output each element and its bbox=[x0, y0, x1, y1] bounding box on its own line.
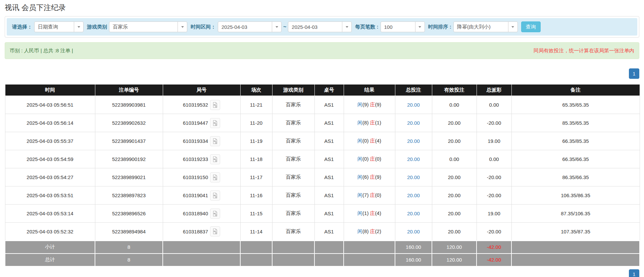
video-file-icon bbox=[212, 211, 218, 217]
time-sort-select[interactable]: 降幂(由大到小) bbox=[453, 21, 518, 32]
cell-payout: 19.00 bbox=[477, 205, 511, 223]
subtotal-row-count: 8 bbox=[95, 241, 163, 254]
page-button[interactable]: 1 bbox=[629, 269, 639, 277]
cell-round-no: 610319041 bbox=[163, 186, 240, 205]
cell-total-bet: 20.00 bbox=[395, 205, 432, 223]
cell-table: AS1 bbox=[314, 168, 344, 186]
cell-result: 闲(7) 庄(0) bbox=[344, 186, 395, 205]
date-from-select[interactable]: 2025-04-03 bbox=[218, 21, 282, 32]
cell-payout: -20.00 bbox=[477, 168, 511, 186]
same-round-notice: 同局有效投注，统一计算在该局第一张注单内 bbox=[534, 48, 634, 54]
cell-round-no: 610318940 bbox=[163, 205, 240, 223]
video-file-icon bbox=[212, 102, 218, 108]
player-result: 闲 bbox=[357, 120, 362, 125]
cell-round-no: 610318837 bbox=[163, 223, 240, 241]
cell-session: 11-14 bbox=[240, 223, 272, 241]
cell-result: 闲(9) 庄(9) bbox=[344, 96, 395, 114]
total-row-empty-remark bbox=[511, 254, 640, 266]
game-type-select[interactable]: 百家乐 bbox=[109, 21, 187, 32]
total-bet-link[interactable]: 20.00 bbox=[407, 138, 420, 144]
total-bet-link[interactable]: 20.00 bbox=[407, 229, 420, 234]
table-header-row: 时间 注单编号 局号 场次 游戏类别 桌号 结果 总投注 有效投注 总派彩 备注 bbox=[5, 85, 640, 96]
range-separator: ~ bbox=[283, 24, 286, 30]
video-replay-button[interactable] bbox=[210, 118, 220, 128]
time-range-label: 时间区间： bbox=[191, 24, 216, 30]
chevron-down-icon bbox=[178, 22, 187, 32]
cell-result: 闲(1) 庄(4) bbox=[344, 205, 395, 223]
date-to-value: 2025-04-03 bbox=[288, 24, 342, 30]
cell-game: 百家乐 bbox=[272, 150, 314, 168]
col-result: 结果 bbox=[344, 85, 395, 96]
chevron-down-icon bbox=[342, 22, 351, 32]
total-bet-link[interactable]: 20.00 bbox=[407, 174, 420, 180]
page-button[interactable]: 1 bbox=[629, 68, 639, 79]
player-result: 闲 bbox=[357, 156, 362, 162]
cell-session: 11-20 bbox=[240, 114, 272, 132]
cell-valid-bet: 20.00 bbox=[432, 114, 477, 132]
page-size-select[interactable]: 100 bbox=[381, 21, 425, 32]
cell-round-no: 610319334 bbox=[163, 132, 240, 150]
subtotal-row: 小计8160.00120.00-42.00 bbox=[5, 241, 640, 254]
player-result: 闲 bbox=[357, 138, 362, 144]
filter-panel: 请选择： 日期查询 游戏类别 百家乐 时间区间： 2025-04-03 ~ 20… bbox=[5, 16, 639, 38]
round-number: 610319041 bbox=[183, 192, 208, 198]
video-replay-button[interactable] bbox=[210, 100, 220, 110]
time-sort-label: 时间排序 : bbox=[428, 24, 451, 30]
video-replay-button[interactable] bbox=[210, 136, 220, 146]
video-replay-button[interactable] bbox=[210, 172, 220, 182]
total-row-empty-session bbox=[240, 254, 272, 266]
cell-result: 闲(0) 庄(0) bbox=[344, 150, 395, 168]
cell-remark: 65.35/65.35 bbox=[511, 96, 640, 114]
cell-total-bet: 20.00 bbox=[395, 114, 432, 132]
cell-remark: 66.35/66.35 bbox=[511, 150, 640, 168]
round-number: 610318837 bbox=[183, 229, 208, 234]
cell-valid-bet: 20.00 bbox=[432, 168, 477, 186]
col-game: 游戏类别 bbox=[272, 85, 314, 96]
total-bet-link[interactable]: 20.00 bbox=[407, 211, 420, 216]
video-replay-button[interactable] bbox=[210, 226, 220, 236]
video-replay-button[interactable] bbox=[210, 154, 220, 164]
cell-payout: -20.00 bbox=[477, 186, 511, 205]
cell-total-bet: 20.00 bbox=[395, 186, 432, 205]
video-replay-button[interactable] bbox=[210, 190, 220, 201]
cell-game: 百家乐 bbox=[272, 223, 314, 241]
total-bet-link[interactable]: 20.00 bbox=[407, 120, 420, 126]
round-number: 610319233 bbox=[183, 156, 208, 162]
cell-time: 2025-04-03 05:53:14 bbox=[5, 205, 95, 223]
total-row: 总计8160.00120.00-42.00 bbox=[5, 254, 640, 266]
pagination-bottom: 1 bbox=[5, 269, 639, 277]
cell-total-bet: 20.00 bbox=[395, 96, 432, 114]
chevron-down-icon bbox=[272, 22, 281, 32]
total-bet-link[interactable]: 20.00 bbox=[407, 102, 420, 108]
cell-result: 闲(6) 庄(9) bbox=[344, 168, 395, 186]
cell-table: AS1 bbox=[314, 132, 344, 150]
time-sort-value: 降幂(由大到小) bbox=[454, 24, 508, 30]
cell-round-no: 610319150 bbox=[163, 168, 240, 186]
video-replay-button[interactable] bbox=[210, 209, 220, 219]
query-type-select[interactable]: 日期查询 bbox=[34, 21, 84, 32]
cell-session: 11-17 bbox=[240, 168, 272, 186]
table-row: 2025-04-03 05:56:51522389903981610319532… bbox=[5, 96, 640, 114]
cell-valid-bet: 20.00 bbox=[432, 186, 477, 205]
cell-table: AS1 bbox=[314, 96, 344, 114]
total-bet-link[interactable]: 20.00 bbox=[407, 192, 420, 198]
col-session: 场次 bbox=[240, 85, 272, 96]
total-row-count: 8 bbox=[95, 254, 163, 266]
total-bet-link[interactable]: 20.00 bbox=[407, 156, 420, 162]
subtotal-row-empty-result bbox=[344, 241, 395, 254]
game-type-value: 百家乐 bbox=[109, 24, 178, 30]
currency-summary: 币别 : 人民币 | 总共 :8 注单 | bbox=[10, 48, 73, 54]
cell-remark: 85.35/65.35 bbox=[511, 114, 640, 132]
cell-session: 11-16 bbox=[240, 186, 272, 205]
date-to-select[interactable]: 2025-04-03 bbox=[288, 21, 352, 32]
table-row: 2025-04-03 05:54:59522389900192610319233… bbox=[5, 150, 640, 168]
player-result: 闲 bbox=[357, 174, 362, 180]
total-row-empty-game bbox=[272, 254, 314, 266]
video-file-icon bbox=[212, 192, 218, 199]
total-row-empty-round bbox=[163, 254, 240, 266]
search-button[interactable]: 查询 bbox=[521, 21, 541, 32]
round-number: 610319447 bbox=[183, 120, 208, 126]
cell-table: AS1 bbox=[314, 150, 344, 168]
cell-result: 闲(8) 庄(1) bbox=[344, 114, 395, 132]
total-row-label: 总计 bbox=[5, 254, 95, 266]
